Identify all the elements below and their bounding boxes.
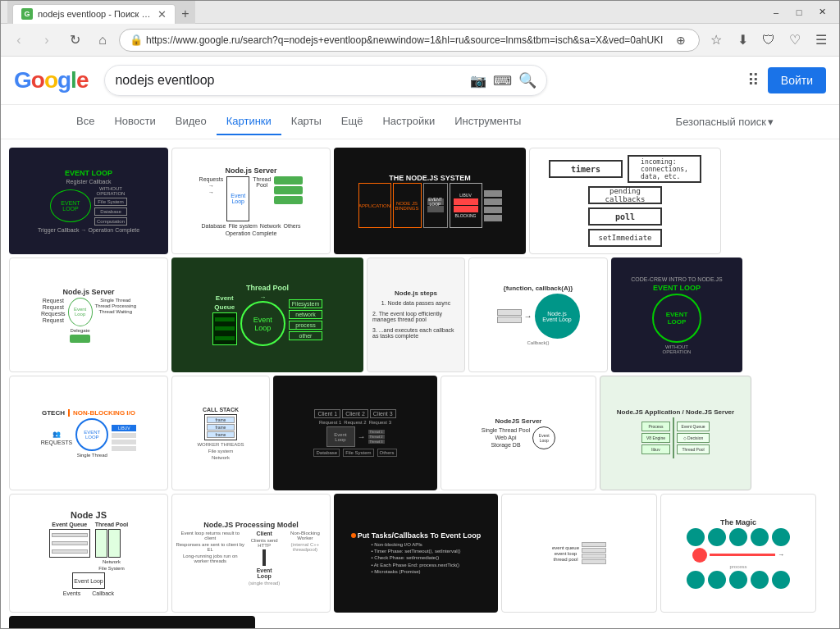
logo-letter-g: G xyxy=(14,67,31,93)
browser-tab-active[interactable]: G nodejs eventloop - Поиск в... ✕ xyxy=(12,4,176,24)
nav-item-all[interactable]: Все xyxy=(66,108,104,135)
search-bar[interactable]: nodejs eventloop 📷 ⌨ 🔍 xyxy=(104,65,547,96)
tab-favicon: G xyxy=(21,8,33,20)
home-button[interactable]: ⌂ xyxy=(91,29,114,52)
list-item[interactable]: GTECH NON-BLOCKING I/O 👥 REQUESTS EVENTL… xyxy=(9,376,168,490)
ssl-lock-icon: 🔒 xyxy=(130,34,143,46)
minimize-button[interactable]: – xyxy=(765,4,787,21)
list-item[interactable]: EVENT LOOP Register Callback EVENTLOOP W… xyxy=(9,148,168,254)
list-item[interactable]: Client 1 Client 2 Client 3 Request 1 Req… xyxy=(273,376,437,490)
address-refresh-icon[interactable]: ⊕ xyxy=(673,32,689,48)
browser-frame: G nodejs eventloop - Поиск в... ✕ + – □ … xyxy=(0,0,840,629)
list-item[interactable]: timers incoming:connections,data, etc. p… xyxy=(529,148,721,254)
tab-area: G nodejs eventloop - Поиск в... ✕ + xyxy=(7,1,195,24)
list-item[interactable]: Node.JS Processing Model Event loop retu… xyxy=(171,494,331,613)
signin-button[interactable]: Войти xyxy=(768,67,826,93)
title-bar: G nodejs eventloop - Поиск в... ✕ + – □ … xyxy=(1,1,839,24)
nav-bar: ‹ › ↻ ⌂ 🔒 https://www.google.ru/search?q… xyxy=(1,24,839,57)
list-item[interactable]: {function, callback(A)} → Node.js Event … xyxy=(468,258,608,372)
maximize-button[interactable]: □ xyxy=(788,4,810,21)
nav-item-more[interactable]: Ещё xyxy=(331,108,373,135)
close-button[interactable]: ✕ xyxy=(811,4,833,21)
list-item[interactable]: event queue event loop thread pool xyxy=(501,494,657,613)
heart-icon[interactable]: ♡ xyxy=(783,29,806,52)
list-item[interactable]: Node.JS Application / Node.JS Server Pro… xyxy=(600,376,751,490)
image-row-4: Node JS Event Queue xyxy=(9,494,831,613)
list-item[interactable]: Node.js Server Requests → → EventLoop Th… xyxy=(171,148,331,254)
image-row-3: GTECH NON-BLOCKING I/O 👥 REQUESTS EVENTL… xyxy=(9,376,831,490)
list-item[interactable]: NodeJS Server Single Thread Pool Web Api… xyxy=(441,376,596,490)
nav-item-news[interactable]: Новости xyxy=(104,108,165,135)
search-submit-icon[interactable]: 🔍 xyxy=(518,71,536,89)
image-row-2: Node.js Server Request Request Requests … xyxy=(9,258,831,372)
list-item[interactable]: THE NODE.JS SYSTEM APPLICATION NODE JSBI… xyxy=(334,148,526,254)
image-row-1: EVENT LOOP Register Callback EVENTLOOP W… xyxy=(9,148,831,254)
nav-item-tools[interactable]: Инструменты xyxy=(445,108,531,135)
menu-icon[interactable]: ☰ xyxy=(810,29,833,52)
list-item[interactable]: CODE-CREW INTRO TO NODE.JS EVENT LOOP EV… xyxy=(611,258,742,372)
refresh-button[interactable]: ↻ xyxy=(63,29,86,52)
forward-button[interactable]: › xyxy=(35,29,58,52)
window-controls: – □ ✕ xyxy=(765,4,833,21)
address-text: https://www.google.ru/search?q=nodejs+ev… xyxy=(146,34,669,46)
list-item[interactable]: Thread Pool Event Queue xyxy=(171,258,363,372)
image-row-5: Event loops life cycle... xyxy=(9,616,831,628)
google-apps-icon[interactable]: ⠿ xyxy=(747,71,760,90)
list-item[interactable]: Node.js steps 1. Node data passes async … xyxy=(367,258,465,372)
shield-icon[interactable]: 🛡 xyxy=(757,29,780,52)
nav-item-maps[interactable]: Карты xyxy=(281,108,331,135)
tab-title: nodejs eventloop - Поиск в... xyxy=(38,9,153,19)
new-tab-button[interactable]: + xyxy=(176,4,195,24)
header-right: ⠿ Войти xyxy=(747,67,826,93)
camera-search-icon[interactable]: 📷 xyxy=(470,73,486,89)
search-nav: Все Новости Видео Картинки Карты Ещё Нас… xyxy=(1,105,839,139)
tab-close-button[interactable]: ✕ xyxy=(158,8,167,21)
google-logo: Google xyxy=(14,67,88,93)
google-page: Google nodejs eventloop 📷 ⌨ 🔍 ⠿ Войти Вс… xyxy=(1,57,839,628)
logo-letter-g2: g xyxy=(57,67,71,93)
download-icon[interactable]: ⬇ xyxy=(731,29,754,52)
nav-item-settings[interactable]: Настройки xyxy=(372,108,445,135)
bookmark-icon[interactable]: ☆ xyxy=(705,29,728,52)
list-item[interactable]: CALL STACK frame frame frame WORKER THRE… xyxy=(171,376,270,490)
keyboard-search-icon[interactable]: ⌨ xyxy=(493,73,512,89)
list-item[interactable]: The Magic → proce xyxy=(660,494,816,613)
logo-letter-l: l xyxy=(71,67,76,93)
logo-letter-e: e xyxy=(76,67,89,93)
safe-search-toggle[interactable]: Безопасный поиск ▾ xyxy=(676,116,774,128)
logo-letter-o1: o xyxy=(31,67,44,93)
logo-letter-o2: o xyxy=(44,67,57,93)
address-bar[interactable]: 🔒 https://www.google.ru/search?q=nodejs+… xyxy=(119,29,700,52)
list-item[interactable]: Event loops life cycle... xyxy=(9,616,255,628)
list-item[interactable]: Put Tasks/Callbacks To Event Loop • Non-… xyxy=(334,494,498,613)
list-item[interactable]: Node JS Event Queue xyxy=(9,494,168,613)
list-item[interactable]: Node.js Server Request Request Requests … xyxy=(9,258,168,372)
back-button[interactable]: ‹ xyxy=(7,29,30,52)
nav-item-video[interactable]: Видео xyxy=(166,108,217,135)
nav-icon-area: ☆ ⬇ 🛡 ♡ ☰ xyxy=(705,29,833,52)
nav-item-images[interactable]: Картинки xyxy=(217,108,281,135)
search-input[interactable]: nodejs eventloop xyxy=(115,73,463,88)
google-header: Google nodejs eventloop 📷 ⌨ 🔍 ⠿ Войти xyxy=(1,57,839,105)
images-container: EVENT LOOP Register Callback EVENTLOOP W… xyxy=(1,139,839,628)
